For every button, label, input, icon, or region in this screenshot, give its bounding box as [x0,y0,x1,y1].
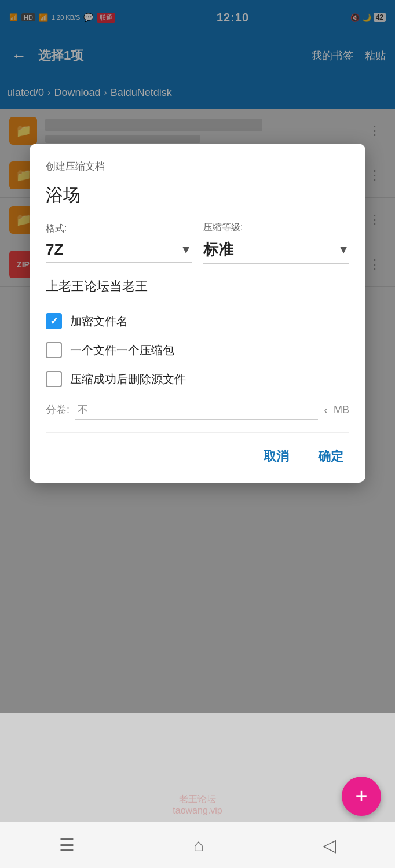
split-volume-row: 分卷: ‹ MB [46,400,349,420]
create-archive-dialog: 创建压缩文档 浴场 格式: 7Z ▼ 压缩等级: 标准 ▼ [30,144,365,483]
level-dropdown-arrow: ▼ [338,243,349,256]
one-file-per-archive-label: 一个文件一个压缩包 [70,343,174,358]
cancel-button[interactable]: 取消 [258,444,295,469]
bottom-back-icon[interactable]: ◁ [323,835,336,855]
one-file-per-archive-checkbox[interactable] [46,342,62,358]
format-level-row: 格式: 7Z ▼ 压缩等级: 标准 ▼ [46,222,349,264]
format-group: 格式: 7Z ▼ [46,223,192,263]
delete-after-compress-checkbox[interactable] [46,371,62,387]
watermark: 老王论坛taowang.vip [0,793,395,816]
split-chevron-icon: ‹ [324,403,328,417]
encrypt-filename-checkbox[interactable] [46,313,62,329]
format-label: 格式: [46,223,192,235]
split-unit-label: MB [334,404,349,416]
split-label: 分卷: [46,403,70,417]
level-group: 压缩等级: 标准 ▼ [203,222,349,264]
fab-add-button[interactable]: + [342,777,381,816]
dialog-title: 创建压缩文档 [46,160,349,173]
bottom-home-icon[interactable]: ⌂ [193,836,204,855]
modal-overlay: 创建压缩文档 浴场 格式: 7Z ▼ 压缩等级: 标准 ▼ [0,0,395,713]
file-list-background: 📁 ⋮ 📁 ⋮ 📁 ⋮ ZIP ⋮ [0,109,395,822]
encrypt-filename-label: 加密文件名 [70,314,128,329]
confirm-button[interactable]: 确定 [312,444,349,469]
one-file-per-archive-row: 一个文件一个压缩包 [46,342,349,358]
bottom-nav: ☰ ⌂ ◁ [0,822,395,868]
delete-after-compress-label: 压缩成功后删除源文件 [70,372,186,387]
encrypt-filename-row: 加密文件名 [46,313,349,329]
format-select[interactable]: 7Z ▼ [46,237,192,263]
level-label: 压缩等级: [203,222,349,234]
split-value-input[interactable] [75,400,318,420]
delete-after-compress-row: 压缩成功后删除源文件 [46,371,349,387]
level-select[interactable]: 标准 ▼ [203,236,349,264]
bottom-menu-icon[interactable]: ☰ [59,835,75,855]
dialog-actions: 取消 确定 [46,444,349,469]
password-input[interactable] [46,273,349,300]
format-dropdown-arrow: ▼ [180,243,192,256]
level-value: 标准 [203,240,233,260]
format-value: 7Z [46,241,63,259]
dialog-divider [46,432,349,433]
dialog-filename[interactable]: 浴场 [46,183,349,212]
